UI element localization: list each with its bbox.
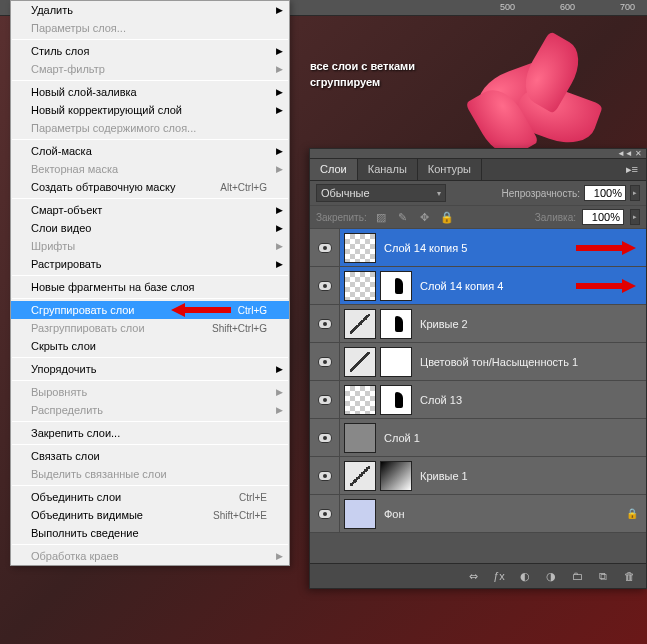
lock-label: Закрепить: bbox=[316, 212, 367, 223]
layer-name[interactable]: Цветовой тон/Насыщенность 1 bbox=[420, 356, 646, 368]
menu-new-adj-layer[interactable]: Новый корректирующий слой▶ bbox=[11, 101, 289, 119]
menu-lock-layers[interactable]: Закрепить слои... bbox=[11, 424, 289, 442]
lock-icon: 🔒 bbox=[626, 508, 638, 519]
menu-hide-layers[interactable]: Скрыть слои bbox=[11, 337, 289, 355]
layer-thumbnail[interactable] bbox=[344, 423, 376, 453]
layer-context-menu: Удалить▶ Параметры слоя... Стиль слоя▶ С… bbox=[10, 0, 290, 566]
layer-mask-thumbnail[interactable] bbox=[380, 385, 412, 415]
panel-collapse-bar[interactable]: ◄◄ ✕ bbox=[310, 149, 646, 159]
layer-row[interactable]: Фон 🔒 bbox=[310, 495, 646, 533]
menu-layer-params: Параметры слоя... bbox=[11, 19, 289, 37]
layer-thumbnail[interactable] bbox=[344, 385, 376, 415]
opacity-label: Непрозрачность: bbox=[501, 188, 580, 199]
menu-distribute: Распределить▶ bbox=[11, 401, 289, 419]
layer-mask-thumbnail[interactable] bbox=[380, 461, 412, 491]
layer-row[interactable]: Слой 13 bbox=[310, 381, 646, 419]
tab-channels[interactable]: Каналы bbox=[358, 159, 418, 180]
lock-all-icon[interactable]: 🔒 bbox=[439, 209, 455, 225]
menu-merge-layers[interactable]: Объединить слоиCtrl+E bbox=[11, 488, 289, 506]
menu-align: Выровнять▶ bbox=[11, 383, 289, 401]
layers-empty-area bbox=[310, 533, 646, 563]
menu-edge-process: Обработка краев▶ bbox=[11, 547, 289, 565]
visibility-eye-icon[interactable] bbox=[318, 319, 332, 329]
menu-select-linked: Выделить связанные слои bbox=[11, 465, 289, 483]
menu-link-layers[interactable]: Связать слои bbox=[11, 447, 289, 465]
visibility-eye-icon[interactable] bbox=[318, 509, 332, 519]
layer-mask-thumbnail[interactable] bbox=[380, 271, 412, 301]
opacity-input[interactable]: 100% bbox=[584, 185, 626, 201]
layer-name[interactable]: Слой 14 копия 5 bbox=[384, 242, 646, 254]
adjustment-thumbnail[interactable] bbox=[344, 309, 376, 339]
layer-name[interactable]: Кривые 1 bbox=[420, 470, 646, 482]
menu-vector-mask: Векторная маска▶ bbox=[11, 160, 289, 178]
panel-menu-icon[interactable]: ▸≡ bbox=[618, 159, 646, 180]
layer-row[interactable]: Слой 14 копия 5 bbox=[310, 229, 646, 267]
layers-list: Слой 14 копия 5 Слой 14 копия 4 Кривые 2… bbox=[310, 229, 646, 563]
layer-thumbnail[interactable] bbox=[344, 271, 376, 301]
layer-thumbnail[interactable] bbox=[344, 499, 376, 529]
layer-name[interactable]: Кривые 2 bbox=[420, 318, 646, 330]
layer-style-icon[interactable]: ƒx bbox=[490, 568, 508, 584]
layer-row[interactable]: Слой 1 bbox=[310, 419, 646, 457]
flower-decoration bbox=[457, 40, 637, 160]
tab-paths[interactable]: Контуры bbox=[418, 159, 482, 180]
visibility-eye-icon[interactable] bbox=[318, 433, 332, 443]
layer-mask-thumbnail[interactable] bbox=[380, 309, 412, 339]
menu-layer-style[interactable]: Стиль слоя▶ bbox=[11, 42, 289, 60]
blend-mode-dropdown[interactable]: Обычные▾ bbox=[316, 184, 446, 202]
ruler-tick: 500 bbox=[500, 2, 515, 12]
menu-content-params: Параметры содержимого слоя... bbox=[11, 119, 289, 137]
menu-arrange[interactable]: Упорядочить▶ bbox=[11, 360, 289, 378]
layer-row[interactable]: Кривые 1 bbox=[310, 457, 646, 495]
new-adjustment-icon[interactable]: ◑ bbox=[542, 568, 560, 584]
visibility-eye-icon[interactable] bbox=[318, 357, 332, 367]
menu-rasterize[interactable]: Растрировать▶ bbox=[11, 255, 289, 273]
menu-create-clip-mask[interactable]: Создать обтравочную маскуAlt+Ctrl+G bbox=[11, 178, 289, 196]
ruler-tick: 700 bbox=[620, 2, 635, 12]
lock-position-icon[interactable]: ✥ bbox=[417, 209, 433, 225]
menu-ungroup-layers: Разгруппировать слоиShift+Ctrl+G bbox=[11, 319, 289, 337]
lock-pixels-icon[interactable]: ✎ bbox=[395, 209, 411, 225]
fill-slider-icon[interactable]: ▸ bbox=[630, 209, 640, 225]
menu-group-layers[interactable]: Сгруппировать слоиCtrl+G bbox=[11, 301, 289, 319]
ruler-tick: 600 bbox=[560, 2, 575, 12]
visibility-eye-icon[interactable] bbox=[318, 243, 332, 253]
menu-smart-filter: Смарт-фильтр▶ bbox=[11, 60, 289, 78]
fill-label: Заливка: bbox=[535, 212, 576, 223]
layer-name[interactable]: Слой 13 bbox=[420, 394, 646, 406]
new-layer-icon[interactable]: ⧉ bbox=[594, 568, 612, 584]
menu-new-slices[interactable]: Новые фрагменты на базе слоя bbox=[11, 278, 289, 296]
menu-layer-mask[interactable]: Слой-маска▶ bbox=[11, 142, 289, 160]
layer-name[interactable]: Слой 14 копия 4 bbox=[420, 280, 646, 292]
arrow-annotation-icon bbox=[171, 303, 231, 317]
tab-layers[interactable]: Слои bbox=[310, 159, 358, 180]
layer-name[interactable]: Слой 1 bbox=[384, 432, 646, 444]
layer-mask-thumbnail[interactable] bbox=[380, 347, 412, 377]
adjustment-thumbnail[interactable] bbox=[344, 461, 376, 491]
layer-name[interactable]: Фон bbox=[384, 508, 626, 520]
layer-thumbnail[interactable] bbox=[344, 233, 376, 263]
menu-video-layers[interactable]: Слои видео▶ bbox=[11, 219, 289, 237]
menu-flatten[interactable]: Выполнить сведение bbox=[11, 524, 289, 542]
new-group-icon[interactable]: 🗀 bbox=[568, 568, 586, 584]
delete-layer-icon[interactable]: 🗑 bbox=[620, 568, 638, 584]
panel-tabs: Слои Каналы Контуры ▸≡ bbox=[310, 159, 646, 181]
menu-smart-object[interactable]: Смарт-объект▶ bbox=[11, 201, 289, 219]
layer-row[interactable]: Слой 14 копия 4 bbox=[310, 267, 646, 305]
lock-transparency-icon[interactable]: ▨ bbox=[373, 209, 389, 225]
menu-merge-visible[interactable]: Объединить видимыеShift+Ctrl+E bbox=[11, 506, 289, 524]
menu-delete[interactable]: Удалить▶ bbox=[11, 1, 289, 19]
layer-row[interactable]: Кривые 2 bbox=[310, 305, 646, 343]
panel-footer: ⇔ ƒx ◐ ◑ 🗀 ⧉ 🗑 bbox=[310, 563, 646, 588]
link-layers-icon[interactable]: ⇔ bbox=[464, 568, 482, 584]
visibility-eye-icon[interactable] bbox=[318, 281, 332, 291]
visibility-eye-icon[interactable] bbox=[318, 395, 332, 405]
fill-input[interactable]: 100% bbox=[582, 209, 624, 225]
add-mask-icon[interactable]: ◐ bbox=[516, 568, 534, 584]
layer-row[interactable]: Цветовой тон/Насыщенность 1 bbox=[310, 343, 646, 381]
opacity-slider-icon[interactable]: ▸ bbox=[630, 185, 640, 201]
adjustment-thumbnail[interactable] bbox=[344, 347, 376, 377]
visibility-eye-icon[interactable] bbox=[318, 471, 332, 481]
menu-new-fill-layer[interactable]: Новый слой-заливка▶ bbox=[11, 83, 289, 101]
layers-panel: ◄◄ ✕ Слои Каналы Контуры ▸≡ Обычные▾ Неп… bbox=[309, 148, 647, 589]
